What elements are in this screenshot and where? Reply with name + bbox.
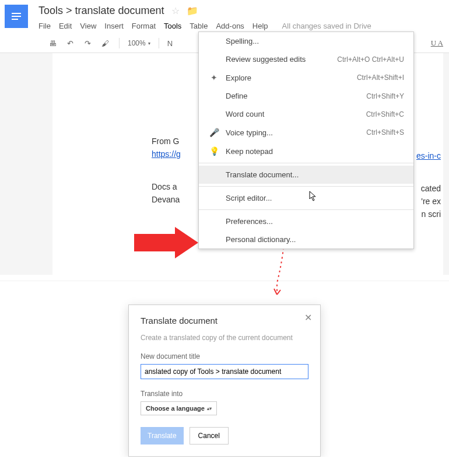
explore-icon: ✦ [208, 73, 220, 82]
dropdown-label: Word count [226, 110, 366, 118]
menu-tools[interactable]: Tools [164, 22, 181, 30]
svg-rect-1 [12, 16, 21, 17]
docs-logo-icon[interactable] [5, 5, 28, 28]
shortcut-text: Ctrl+Alt+Shift+I [357, 74, 404, 82]
dropdown-item[interactable]: Review suggested editsCtrl+Alt+O Ctrl+Al… [199, 50, 413, 68]
dropdown-item[interactable]: 💡Keep notepad [199, 142, 413, 160]
undo-icon[interactable]: ↶ [64, 37, 76, 49]
dropdown-label: Personal dictionary... [226, 235, 404, 244]
doc-text: From G [152, 136, 179, 146]
doc-text: cated [416, 182, 441, 195]
doc-text: Docs a [152, 182, 177, 191]
document-title[interactable]: Tools > translate document [38, 5, 164, 17]
menu-help[interactable]: Help [252, 22, 268, 30]
translate-dialog: ✕ Translate document Create a translated… [128, 304, 321, 457]
dropdown-label: Explore [226, 74, 357, 82]
menu-insert[interactable]: Insert [104, 22, 124, 30]
dropdown-item[interactable]: 🎤Voice typing...Ctrl+Shift+S [199, 123, 413, 142]
cancel-button[interactable]: Cancel [190, 427, 229, 444]
dropdown-item[interactable]: Word countCtrl+Shift+C [199, 105, 413, 123]
print-icon[interactable]: 🖶 [47, 37, 58, 49]
field-label: Translate into [141, 390, 308, 398]
zoom-control[interactable]: 100% ▾ [128, 39, 150, 47]
shortcut-text: Ctrl+Alt+O Ctrl+Alt+U [337, 55, 404, 64]
shortcut-text: Ctrl+Shift+C [366, 110, 404, 118]
translate-button[interactable]: Translate [141, 427, 184, 444]
underline-icon[interactable]: U A [431, 38, 443, 48]
menu-edit[interactable]: Edit [59, 22, 72, 30]
doc-text: Devana [152, 195, 180, 204]
paint-format-icon[interactable]: 🖌 [99, 37, 111, 49]
dropdown-item[interactable]: Script editor... [199, 189, 413, 207]
app-header: Tools > translate document ☆ 📁 File Edit… [0, 0, 449, 34]
dialog-subtitle: Create a translated copy of the current … [141, 334, 308, 342]
dialog-title: Translate document [141, 316, 308, 326]
red-arrow-annotation [134, 234, 175, 251]
dropdown-item[interactable]: Translate document... [199, 166, 413, 184]
menu-format[interactable]: Format [132, 22, 156, 30]
doc-link[interactable]: https://g [152, 149, 181, 159]
redo-icon[interactable]: ↷ [82, 37, 93, 49]
dropdown-label: Preferences... [226, 217, 404, 226]
svg-rect-2 [12, 19, 18, 20]
doc-link[interactable]: es-in-c [416, 151, 441, 160]
close-icon[interactable]: ✕ [304, 312, 312, 323]
dropdown-label: Define [226, 92, 366, 100]
font-abbr[interactable]: N [167, 39, 173, 48]
dropdown-item[interactable]: ✦ExploreCtrl+Alt+Shift+I [199, 68, 413, 87]
svg-rect-0 [12, 13, 21, 14]
mouse-cursor-icon [309, 191, 318, 204]
dropdown-label: Translate document... [226, 170, 404, 179]
menu-table[interactable]: Table [190, 22, 208, 30]
dropdown-label: Spelling... [226, 37, 404, 46]
dropdown-label: Review suggested edits [226, 55, 337, 64]
mic-icon: 🎤 [208, 128, 220, 137]
tools-dropdown: Spelling...Review suggested editsCtrl+Al… [198, 32, 414, 249]
menu-file[interactable]: File [38, 22, 51, 30]
menu-addons[interactable]: Add-ons [216, 22, 244, 30]
bulb-icon: 💡 [208, 146, 220, 156]
dropdown-label: Voice typing... [226, 128, 366, 137]
menu-view[interactable]: View [80, 22, 96, 30]
doc-text: n scri [416, 208, 441, 220]
star-icon[interactable]: ☆ [171, 5, 180, 16]
shortcut-text: Ctrl+Shift+Y [366, 92, 404, 100]
shortcut-text: Ctrl+Shift+S [366, 128, 404, 136]
dropdown-item[interactable]: Personal dictionary... [199, 230, 413, 249]
save-status: All changes saved in Drive [282, 22, 371, 30]
doc-text: 're ex [416, 195, 441, 208]
dialog-area: ✕ Translate document Create a translated… [0, 281, 449, 457]
language-select[interactable]: Choose a language▴▾ [141, 401, 217, 415]
field-label: New document title [141, 352, 308, 360]
dropdown-item[interactable]: Spelling... [199, 32, 413, 50]
dropdown-item[interactable]: Preferences... [199, 212, 413, 230]
document-title-input[interactable] [141, 364, 308, 379]
dropdown-item[interactable]: DefineCtrl+Shift+Y [199, 87, 413, 105]
folder-icon[interactable]: 📁 [187, 5, 198, 16]
dropdown-label: Keep notepad [226, 147, 404, 156]
